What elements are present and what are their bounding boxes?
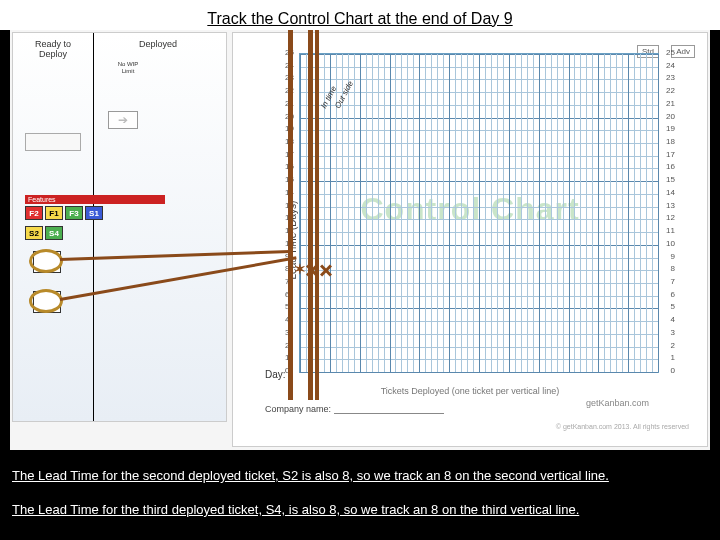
col-ready: Ready to Deploy: [13, 33, 93, 73]
page-title: Track the Control Chart at the end of Da…: [0, 8, 720, 30]
kanban-panel: Ready to Deploy Deployed No WIP Limit ➔ …: [12, 32, 227, 422]
y-tick: 5: [671, 302, 675, 311]
y-tick: 10: [666, 239, 675, 248]
y-tick: 12: [666, 213, 675, 222]
arrow-icon: ➔: [108, 111, 138, 129]
chart-grid: [299, 53, 659, 373]
control-chart-panel: Control Chart Lead Time (Days) Std Adv g…: [232, 32, 708, 447]
y-tick: 11: [666, 226, 675, 235]
day-label: Day:: [265, 369, 286, 380]
ticket: F1: [45, 206, 63, 220]
highlight-bar: [288, 30, 293, 400]
wip-label: No WIP Limit: [108, 61, 148, 74]
highlight-bar: [308, 30, 313, 400]
y-tick: 14: [666, 188, 675, 197]
ticket-section-header: Features: [25, 195, 165, 204]
y-tick: 4: [671, 315, 675, 324]
y-tick: 6: [671, 290, 675, 299]
y-tick: 19: [666, 124, 675, 133]
y-tick: 15: [666, 175, 675, 184]
caption-2: The Lead Time for the third deployed tic…: [12, 502, 579, 517]
copyright: © getKanban.com 2013. All rights reserve…: [556, 423, 689, 430]
y-tick: 16: [666, 162, 675, 171]
y-tick: 1: [671, 353, 675, 362]
ticket: F3: [65, 206, 83, 220]
y-tick: 21: [666, 99, 675, 108]
y-tick: 13: [666, 201, 675, 210]
ticket-row-2: S2 S4: [25, 226, 63, 240]
highlight-ring: [29, 289, 63, 313]
y-tick: 20: [666, 112, 675, 121]
content-area: Ready to Deploy Deployed No WIP Limit ➔ …: [10, 30, 710, 450]
brand-label: getKanban.com: [586, 398, 649, 408]
highlight-ring: [29, 249, 63, 273]
caption-1: The Lead Time for the second deployed ti…: [12, 468, 609, 483]
highlight-bar: [315, 30, 319, 400]
y-tick: 22: [666, 86, 675, 95]
y-tick: 17: [666, 150, 675, 159]
company-label: Company name:: [265, 404, 444, 414]
y-tick: 2: [671, 341, 675, 350]
y-tick: 24: [666, 61, 675, 70]
ticket: F2: [25, 206, 43, 220]
note-box: [25, 133, 81, 151]
y-tick: 0: [671, 366, 675, 375]
y-tick: 3: [671, 328, 675, 337]
ticket-row-1: F2 F1 F3 S1: [25, 206, 103, 220]
x-marker-icon: [319, 262, 333, 276]
x-marker-icon: [305, 262, 319, 276]
y-tick: 18: [666, 137, 675, 146]
y-tick: 25: [666, 48, 675, 57]
ticket: S2: [25, 226, 43, 240]
y-tick: 8: [671, 264, 675, 273]
ticket: S1: [85, 206, 103, 220]
ticket: S4: [45, 226, 63, 240]
y-tick: 23: [666, 73, 675, 82]
y-tick: 9: [671, 252, 675, 261]
y-tick: 7: [671, 277, 675, 286]
